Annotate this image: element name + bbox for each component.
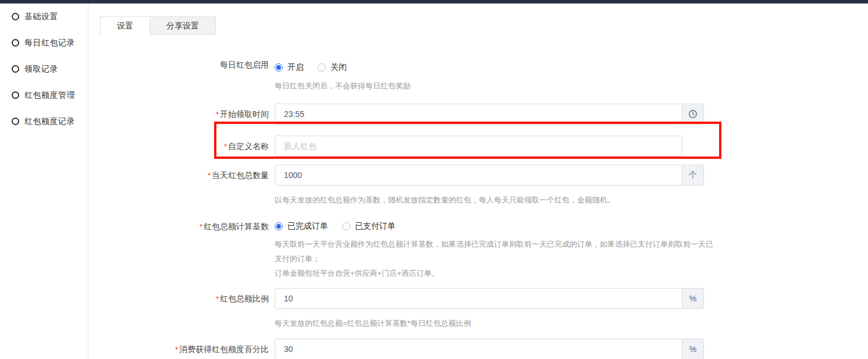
field-label: *红包总额计算基数 [88, 221, 275, 280]
sidebar-item-label: 每日红包记录 [24, 38, 75, 48]
circle-icon [12, 91, 19, 99]
percent-append: % [682, 339, 704, 359]
help-text: 每天取前一天平台营业额作为红包总额计算基数，如果选择已完成订单则取前一天已完成的… [275, 237, 720, 266]
field-label: 每日红包启用 [88, 59, 275, 93]
form-row-consume-percent: *消费获得红包额度百分比 % 红包总额度：用户累计领取的红包金额不能大于红包总额… [88, 339, 868, 359]
radio-checked-icon[interactable] [275, 63, 283, 72]
sidebar-item-daily-redpacket-records[interactable]: 每日红包记录 [0, 30, 88, 56]
sidebar-item-label: 红包额度管理 [24, 90, 75, 101]
sidebar-item-basic-settings[interactable]: 基础设置 [0, 3, 88, 30]
percent-append: % [682, 288, 704, 309]
page-container: 基础设置 每日红包记录 领取记录 红包额度管理 红包额度记录 设置 分享设置 [0, 3, 868, 359]
sidebar-item-quota-management[interactable]: 红包额度管理 [0, 82, 88, 108]
circle-icon [12, 118, 19, 125]
total-ratio-input[interactable] [275, 288, 682, 309]
form-row-custom-name: *自定义名称 [88, 136, 868, 157]
main-content: 设置 分享设置 每日红包启用 开启 关闭 [88, 3, 868, 359]
unit-ge-append: 个 [682, 165, 704, 186]
form-row-total-ratio: *红包总额比例 % 每天发放的红包总额=红包总额计算基数*每日红包总额比例 [88, 288, 868, 330]
settings-form: 每日红包启用 开启 关闭 每日红包关闭后，不会获得每日红包奖励 [88, 59, 868, 359]
help-text: 订单金额包括平台自营+供应商+门店+酒店订单。 [275, 266, 720, 280]
circle-icon [12, 13, 19, 20]
start-time-input[interactable] [275, 104, 682, 125]
field-label: *红包总额比例 [88, 288, 275, 330]
field-label: *自定义名称 [88, 136, 275, 157]
clock-icon[interactable] [682, 104, 704, 125]
help-text: 以每天发放的红包总额作为基数，随机发放指定数量的红包，每人每天只能领取一个红包，… [275, 193, 720, 207]
radio-enable-off[interactable]: 关闭 [318, 62, 347, 73]
radio-completed-orders[interactable]: 已完成订单 [275, 221, 328, 232]
sidebar-item-quota-records[interactable]: 红包额度记录 [0, 108, 88, 134]
form-row-calc-base: *红包总额计算基数 已完成订单 已支付订单 每天取前一天平台营业额作为红包总额计 [88, 221, 868, 280]
radio-unchecked-icon[interactable] [342, 222, 350, 230]
help-text: 每日红包关闭后，不会获得每日红包奖励 [275, 79, 720, 93]
sidebar: 基础设置 每日红包记录 领取记录 红包额度管理 红包额度记录 [0, 3, 88, 359]
daily-count-input[interactable] [275, 165, 682, 186]
sidebar-item-label: 红包额度记录 [24, 116, 75, 127]
form-row-daily-count: *当天红包总数量 个 以每天发放的红包总额作为基数，随机发放指定数量的红包，每人… [88, 165, 868, 207]
sidebar-item-claim-records[interactable]: 领取记录 [0, 56, 88, 82]
tab-share-settings[interactable]: 分享设置 [150, 17, 216, 35]
form-row-start-time: *开始领取时间 [88, 104, 868, 125]
radio-unchecked-icon[interactable] [318, 63, 326, 72]
sidebar-item-label: 基础设置 [24, 12, 58, 22]
form-row-enable: 每日红包启用 开启 关闭 每日红包关闭后，不会获得每日红包奖励 [88, 59, 868, 93]
tab-bar: 设置 分享设置 [100, 16, 216, 35]
help-text: 每天发放的红包总额=红包总额计算基数*每日红包总额比例 [275, 316, 720, 330]
field-label: *消费获得红包额度百分比 [88, 339, 275, 359]
radio-paid-orders[interactable]: 已支付订单 [342, 221, 396, 232]
tab-settings[interactable]: 设置 [100, 17, 150, 35]
radio-enable-on[interactable]: 开启 [275, 62, 304, 73]
radio-checked-icon[interactable] [275, 222, 283, 230]
circle-icon [12, 39, 19, 47]
consume-percent-input[interactable] [275, 339, 682, 359]
field-label: *当天红包总数量 [88, 165, 275, 207]
sidebar-item-label: 领取记录 [24, 64, 58, 74]
circle-icon [12, 65, 19, 73]
custom-name-input[interactable] [275, 136, 682, 157]
field-label: *开始领取时间 [88, 104, 275, 125]
